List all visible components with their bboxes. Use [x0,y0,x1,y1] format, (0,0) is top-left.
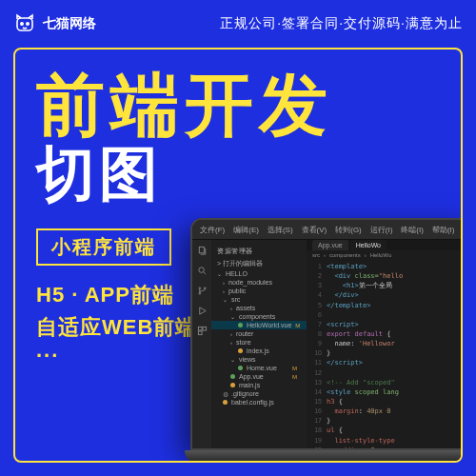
poster: 七猫网络 正规公司·签署合同·交付源码·满意为止 前端开发 切图 小程序前端 H… [0,0,476,476]
chevron-right-icon: › [223,288,225,294]
gear-icon: ⚙ [223,391,228,396]
menu-item[interactable]: 终端(I) [401,225,424,235]
tree-folder[interactable]: ⌄src [211,295,307,304]
tree-file[interactable]: babel.config.js [211,398,307,407]
vue-icon [238,323,243,327]
brand-logo: 七猫网络 [13,12,96,35]
tree-file-active[interactable]: HelloWorld.vueM [211,321,307,329]
explorer-title: 资源管理器 [211,245,307,258]
open-editors[interactable]: > 打开的编辑器 [211,258,307,269]
tree-folder[interactable]: ›store [211,338,307,347]
cat-icon [13,12,36,35]
menu-item[interactable]: 运行(I) [370,225,393,235]
editor-tabs: App.vue HelloWo [307,240,463,250]
editor-body: 资源管理器 > 打开的编辑器 ⌄HELLO ›node_modules ›pub… [192,240,463,448]
run-icon[interactable] [197,306,208,316]
tree-folder[interactable]: ›public [211,287,307,295]
header: 七猫网络 正规公司·签署合同·交付源码·满意为止 [0,0,476,48]
tree-folder[interactable]: ›assets [211,304,307,312]
menu-item[interactable]: 文件(F) [200,225,225,235]
svg-point-5 [198,288,200,289]
crumb-item[interactable]: src [312,252,320,258]
branch-icon[interactable] [197,286,208,296]
search-icon[interactable] [197,266,208,276]
chevron-right-icon: › [230,306,232,311]
svg-point-4 [198,268,204,273]
tab[interactable]: App.vue [312,240,348,250]
project-root[interactable]: ⌄HELLO [211,269,307,278]
chevron-down-icon: ⌄ [230,313,235,320]
editor-menubar: 文件(F) 编辑(E) 选择(S) 查看(V) 转到(G) 运行(I) 终端(I… [192,220,463,240]
modified-badge: M [295,323,304,328]
tree-file[interactable]: App.vueM [211,372,307,381]
main-card: 前端开发 切图 小程序前端 H5 · APP前端 自适应WEB前端 ··· 文件… [13,48,463,463]
svg-rect-8 [198,327,202,330]
tab-active[interactable]: HelloWo [350,240,387,250]
modified-badge: M [292,366,301,371]
title-main: 前端开发 [36,70,461,139]
activity-bar [192,240,211,448]
chevron-down-icon: ⌄ [230,356,235,363]
laptop-mockup: 文件(F) 编辑(E) 选择(S) 查看(V) 转到(G) 运行(I) 终端(I… [190,218,463,463]
menu-item[interactable]: 查看(V) [302,225,327,235]
vue-icon [238,366,243,370]
menu-item[interactable]: 转到(G) [335,225,362,235]
chevron-right-icon: › [230,331,232,337]
chevron-right-icon: › [230,340,232,346]
line-numbers: 1234567891011121314151617181920 [307,260,325,448]
chevron-right-icon: › [223,280,225,286]
menu-item[interactable]: 选择(S) [268,225,293,235]
modified-badge: M [292,374,301,380]
js-icon [238,348,243,353]
chevron-down-icon: ⌄ [217,270,222,277]
menu-item[interactable]: 编辑(E) [233,225,259,235]
files-icon[interactable] [197,246,208,256]
code-content[interactable]: <template> <div class="hello <h1>第一个全局 <… [325,260,403,448]
crumb-item[interactable]: HelloWo [370,252,392,258]
js-icon [230,383,235,387]
code-editor[interactable]: App.vue HelloWo src› components› HelloWo… [307,240,463,448]
title-sub: 切图 [36,145,461,204]
js-icon [223,400,228,405]
svg-point-6 [198,292,200,294]
tree-folder[interactable]: ›node_modules [211,278,307,287]
svg-point-7 [204,288,206,289]
explorer-sidebar: 资源管理器 > 打开的编辑器 ⌄HELLO ›node_modules ›pub… [211,240,307,448]
tree-file[interactable]: Home.vueM [211,364,307,372]
tree-file[interactable]: main.js [211,381,307,389]
menu-item[interactable]: 帮助(I) [432,225,455,235]
vue-icon [230,374,235,379]
tree-folder[interactable]: ⌄views [211,355,307,364]
breadcrumb: src› components› HelloWo [307,250,463,260]
svg-point-1 [21,23,23,25]
svg-point-2 [27,23,29,25]
editor-window: 文件(F) 编辑(E) 选择(S) 查看(V) 转到(G) 运行(I) 终端(I… [190,218,463,450]
extensions-icon[interactable] [197,326,208,336]
chevron-down-icon: ⌄ [223,296,228,303]
tree-folder[interactable]: ⌄components [211,312,307,321]
tagline: 正规公司·签署合同·交付源码·满意为止 [220,15,463,32]
badge-miniprogram: 小程序前端 [36,228,171,266]
svg-rect-3 [199,247,204,252]
laptop-base [185,450,463,463]
svg-rect-10 [198,331,202,335]
brand-name: 七猫网络 [43,15,96,32]
tree-folder[interactable]: ›router [211,329,307,338]
tree-file[interactable]: index.js [211,347,307,355]
crumb-item[interactable]: components [329,252,361,258]
svg-rect-9 [202,327,206,330]
tree-file[interactable]: ⚙.gitignore [211,389,307,398]
